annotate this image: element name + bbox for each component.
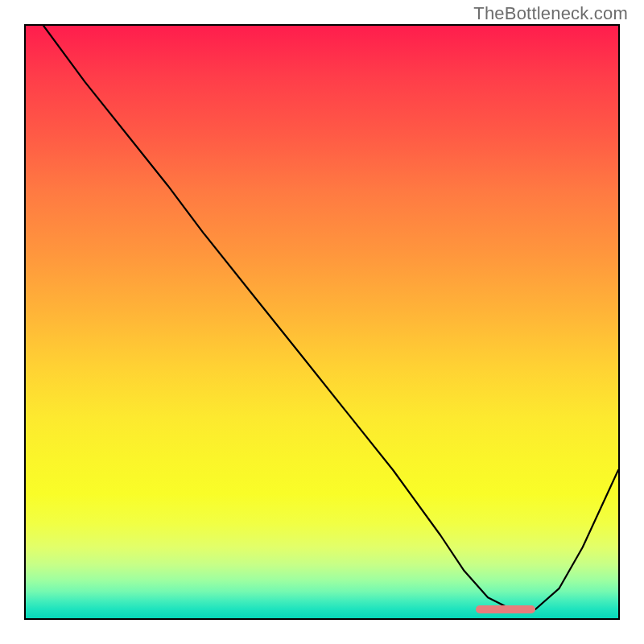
chart-container: TheBottleneck.com — [0, 0, 644, 644]
watermark-text: TheBottleneck.com — [473, 3, 628, 24]
curve-layer — [26, 26, 618, 618]
optimal-range-marker — [476, 605, 535, 613]
plot-area — [24, 24, 620, 620]
bottleneck-curve — [43, 26, 618, 609]
